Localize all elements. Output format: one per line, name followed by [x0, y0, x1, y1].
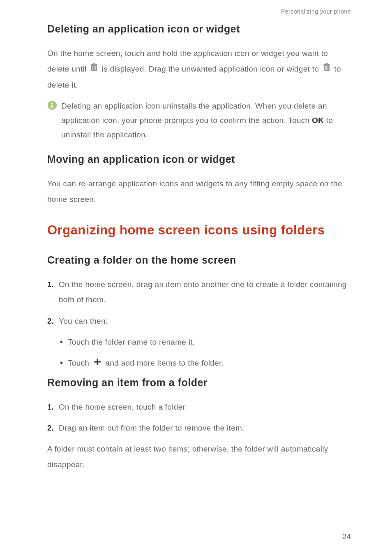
- text-paragraph: You can re-arrange application icons and…: [47, 176, 351, 207]
- step-text: You can then:: [59, 317, 108, 325]
- ok-label: OK: [312, 116, 324, 125]
- text-segment: Deleting an application icon uninstalls …: [61, 102, 327, 125]
- info-callout: Deleting an application icon uninstalls …: [47, 99, 351, 142]
- step-text: On the home screen, touch a folder.: [59, 403, 187, 411]
- step-number: 1.: [47, 399, 59, 415]
- list-item: 1.On the home screen, drag an item onto …: [59, 277, 351, 307]
- list-item: 2.You can then: Touch the folder name to…: [59, 313, 351, 371]
- text-segment: Touch: [68, 359, 92, 367]
- step-number: 1.: [47, 277, 59, 292]
- svg-rect-2: [93, 63, 95, 65]
- svg-point-13: [51, 102, 53, 104]
- page-header: Personalizing your phone: [47, 8, 351, 15]
- step-number: 2.: [47, 313, 59, 329]
- plus-icon: [93, 356, 101, 371]
- section-heading-removing: Removing an item from a folder: [47, 377, 351, 389]
- main-heading: Organizing home screen icons using folde…: [47, 223, 351, 238]
- text-segment: and add more items to the folder.: [105, 359, 224, 367]
- list-item: 1.On the home screen, touch a folder.: [59, 399, 351, 415]
- page-number: 24: [342, 532, 351, 541]
- step-text: Drag an item out from the folder to remo…: [59, 424, 244, 432]
- svg-rect-14: [51, 104, 53, 108]
- list-item: 2.Drag an item out from the folder to re…: [59, 420, 351, 436]
- section-heading-deleting: Deleting an application icon or widget: [47, 23, 351, 35]
- section-heading-moving: Moving an application icon or widget: [47, 153, 351, 165]
- list-item: Touch the folder name to rename it.: [68, 334, 351, 350]
- text-paragraph: A folder must contain at least two items…: [47, 441, 351, 473]
- step-text: On the home screen, drag an item onto an…: [59, 280, 347, 304]
- sub-list: Touch the folder name to rename it. Touc…: [59, 334, 351, 371]
- text-segment: is displayed. Drag the unwanted applicat…: [102, 65, 321, 73]
- removing-steps: 1.On the home screen, touch a folder. 2.…: [47, 399, 351, 436]
- deleting-body: On the home screen, touch and hold the a…: [47, 46, 351, 93]
- step-number: 2.: [47, 420, 59, 436]
- info-text: Deleting an application icon uninstalls …: [61, 99, 351, 142]
- list-item: Touch and add more items to the folder.: [68, 355, 351, 371]
- trash-icon: [90, 62, 98, 77]
- creating-steps: 1.On the home screen, drag an item onto …: [47, 277, 351, 371]
- moving-body: You can re-arrange application icons and…: [47, 176, 351, 207]
- trash-icon: [323, 62, 331, 77]
- svg-rect-8: [325, 63, 328, 65]
- info-icon: [47, 100, 57, 112]
- removing-note: A folder must contain at least two items…: [47, 441, 351, 473]
- section-heading-creating: Creating a folder on the home screen: [47, 254, 351, 266]
